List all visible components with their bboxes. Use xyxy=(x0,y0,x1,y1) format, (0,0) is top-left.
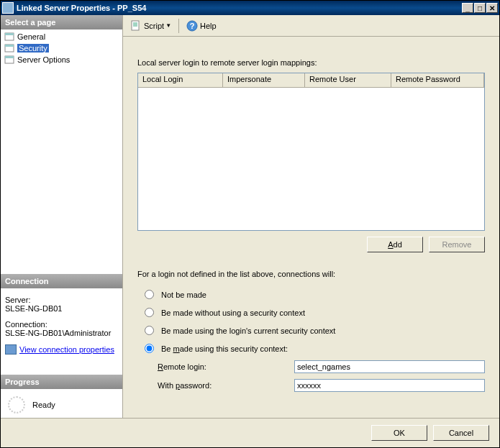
app-icon xyxy=(2,2,14,14)
mappings-grid[interactable]: Local Login Impersonate Remote User Remo… xyxy=(137,73,485,231)
remove-button: Remove xyxy=(429,237,485,252)
grid-header: Local Login Impersonate Remote User Remo… xyxy=(138,73,484,88)
page-item-security[interactable]: Security xyxy=(2,42,121,54)
with-password-label: With password: xyxy=(158,381,294,390)
page-icon xyxy=(4,55,15,65)
properties-icon xyxy=(5,344,17,355)
connection-panel: Server: SLSE-NG-DB01 Connection: SLSE-NG… xyxy=(1,288,122,375)
remote-login-label: Remote login: xyxy=(158,362,294,371)
mappings-label: Local server login to remote server logi… xyxy=(137,58,485,67)
connection-value: SLSE-NG-DB01\Administrator xyxy=(5,329,118,337)
svg-rect-3 xyxy=(5,45,14,47)
window-title: Linked Server Properties - PP_S54 xyxy=(17,4,462,12)
progress-panel: Ready xyxy=(1,389,122,418)
radio-current-security-context[interactable]: Be made using the login's current securi… xyxy=(145,326,485,335)
server-label: Server: xyxy=(5,296,118,304)
toolbar: Script ▼ ? Help xyxy=(123,15,499,37)
script-button[interactable]: Script ▼ xyxy=(127,19,174,33)
with-password-input[interactable] xyxy=(294,379,485,392)
select-page-header: Select a page xyxy=(1,15,122,29)
server-value: SLSE-NG-DB01 xyxy=(5,304,118,313)
progress-spinner-icon xyxy=(8,396,25,413)
connection-label: Connection: xyxy=(5,320,118,329)
svg-rect-1 xyxy=(5,33,14,35)
separator xyxy=(178,19,179,33)
progress-header: Progress xyxy=(1,375,122,389)
add-button[interactable]: Add xyxy=(367,237,423,252)
maximize-button[interactable]: □ xyxy=(474,3,486,13)
col-local-login[interactable]: Local Login xyxy=(138,73,223,88)
script-icon xyxy=(130,20,142,32)
help-icon: ? xyxy=(186,20,198,32)
help-button[interactable]: ? Help xyxy=(183,19,219,33)
connection-header: Connection xyxy=(1,274,122,288)
remote-login-input[interactable] xyxy=(294,360,485,373)
radio-no-security-context[interactable]: Be made without using a security context xyxy=(145,308,485,317)
page-icon xyxy=(4,43,15,53)
ok-button[interactable]: OK xyxy=(371,425,427,441)
col-remote-user[interactable]: Remote User xyxy=(305,73,391,88)
radio-this-security-context[interactable]: Be made using this security context: xyxy=(145,344,485,353)
minimize-button[interactable]: _ xyxy=(462,3,473,13)
view-connection-properties-link[interactable]: View connection properties xyxy=(19,345,114,354)
title-bar: Linked Server Properties - PP_S54 _ □ ✕ xyxy=(1,1,499,15)
radio-not-be-made[interactable]: Not be made xyxy=(145,290,485,299)
close-button[interactable]: ✕ xyxy=(486,3,498,13)
progress-status: Ready xyxy=(32,401,55,409)
svg-text:?: ? xyxy=(190,22,195,30)
page-item-general[interactable]: General xyxy=(2,31,121,42)
page-item-server-options[interactable]: Server Options xyxy=(2,54,121,65)
svg-rect-5 xyxy=(5,56,14,58)
col-remote-password[interactable]: Remote Password xyxy=(391,73,484,88)
dialog-buttons: OK Cancel xyxy=(1,419,499,447)
cancel-button[interactable]: Cancel xyxy=(433,425,489,441)
undefined-login-label: For a login not defined in the list abov… xyxy=(137,270,485,278)
dropdown-arrow-icon: ▼ xyxy=(165,22,171,29)
page-icon xyxy=(4,32,15,42)
page-list: General Security Server Options xyxy=(1,29,122,274)
col-impersonate[interactable]: Impersonate xyxy=(223,73,305,88)
